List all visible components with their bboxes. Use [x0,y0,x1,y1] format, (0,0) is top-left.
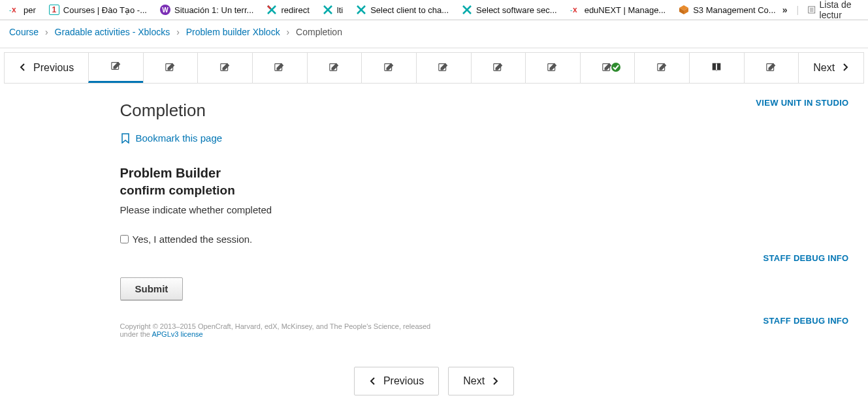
edit-icon [219,61,231,75]
bookmark-button[interactable]: Bookmark this page [120,132,438,144]
sequence-unit[interactable] [634,53,689,83]
bottom-nav: Previous Next [7,367,862,395]
browser-tab[interactable]: lti [316,0,349,20]
tab-label: Select software sec... [476,5,557,15]
chevron-right-icon [841,62,849,74]
problem-builder-heading: Problem Builder [120,166,438,181]
completion-checkbox[interactable] [120,235,129,243]
checkbox-label: Yes, I attended the session. [133,234,253,245]
breadcrumb-link[interactable]: Gradable activities - Xblocks [55,27,170,37]
view-in-studio-link[interactable]: VIEW UNIT IN STUDIO [756,98,848,108]
edit-icon [274,61,285,75]
submit-button[interactable]: Submit [120,277,184,300]
tab-label: Courses | Đào Tạo -... [63,5,147,15]
copyright-text: Copyright © 2013–2015 OpenCraft, Harvard… [120,322,438,338]
number-one-icon: 1 [49,5,59,15]
prompt-text: Please indicate whether completed [120,204,438,215]
main-content: Completion Bookmark this page Problem Bu… [7,84,438,338]
tab-label: redirect [281,5,309,15]
sequence-unit[interactable] [361,53,416,83]
tab-label: per [24,5,36,15]
sequence-unit[interactable] [143,53,198,83]
edit-icon [383,61,395,75]
page-title: Completion [120,100,438,121]
chevron-right-icon [491,377,499,385]
bookmark-icon [120,133,131,144]
sequence-unit[interactable] [744,53,799,83]
browser-tab[interactable]: -x per [3,0,42,20]
chevron-left-icon [19,62,27,74]
reading-list-label: Lista de lectur [820,0,860,20]
browser-tab[interactable]: Select software sec... [455,0,564,20]
chevron-left-icon [369,377,377,385]
browser-tab[interactable]: W Situación 1: Un terr... [153,0,260,20]
sequence-unit[interactable] [689,53,744,83]
tab-label: lti [337,5,343,15]
book-icon [711,61,722,75]
edit-icon [547,61,558,75]
completion-checkbox-row[interactable]: Yes, I attended the session. [120,234,438,245]
svg-point-21 [611,63,620,72]
breadcrumb-link[interactable]: Problem builder Xblock [186,27,280,37]
browser-tabs-bar: -x per 1 Courses | Đào Tạo -... W Situac… [0,0,868,20]
sequence-unit[interactable] [525,53,580,83]
sequence-nav: PreviousNext [4,52,864,84]
svg-text:-: - [9,7,11,14]
edit-icon [165,61,176,75]
svg-text:x: x [573,5,577,14]
next-label: Next [463,375,485,387]
edit-icon [656,61,668,75]
sequence-previous-button[interactable]: Previous [4,53,88,83]
browser-tab[interactable]: redirect [260,0,315,20]
sequence-unit[interactable] [88,53,143,83]
list-icon [808,5,815,15]
breadcrumb: Course › Gradable activities - Xblocks ›… [0,20,868,44]
tab-label: eduNEXT | Manage... [585,5,666,15]
sequence-unit[interactable] [197,53,252,83]
tab-label: Select client to cha... [370,5,449,15]
sequence-unit[interactable] [580,53,635,83]
previous-button[interactable]: Previous [354,367,439,395]
problem-builder-subheading: confirm completion [120,183,438,198]
edit-icon [492,61,504,75]
tab-label: Situación 1: Un terr... [174,5,253,15]
svg-text:-: - [570,7,572,14]
x-icon [266,5,277,15]
staff-debug-link[interactable]: STAFF DEBUG INFO [764,253,849,263]
license-link[interactable]: APGLv3 license [152,330,202,338]
sequence-next-button[interactable]: Next [798,53,863,83]
edunext-icon: -x [9,5,20,15]
w-circle-icon: W [160,5,170,15]
tabs-overflow-icon[interactable]: » [782,5,788,15]
bookmark-label: Bookmark this page [136,132,223,144]
chevron-right-icon: › [41,27,52,37]
tab-label: S3 Management Co... [693,5,775,15]
edit-icon [765,61,777,75]
browser-tab[interactable]: S3 Management Co... [672,0,782,20]
next-label: Next [813,62,835,74]
breadcrumb-link[interactable]: Course [9,27,39,37]
next-button[interactable]: Next [448,367,514,395]
reading-list-button[interactable]: Lista de lectur [808,0,860,20]
previous-label: Previous [383,375,424,387]
svg-text:x: x [12,5,16,14]
edunext-icon: -x [570,5,581,15]
edit-icon [329,61,340,75]
edit-icon [110,60,122,74]
breadcrumb-current: Completion [296,27,342,37]
browser-tab[interactable]: 1 Courses | Đào Tạo -... [42,0,153,20]
sequence-unit[interactable] [416,53,471,83]
sequence-unit[interactable] [307,53,362,83]
x-icon [323,5,333,15]
edit-icon [438,61,449,75]
browser-tab[interactable]: -x eduNEXT | Manage... [564,0,673,20]
chevron-right-icon: › [172,27,184,37]
sequence-unit[interactable] [471,53,526,83]
x-icon [462,5,472,15]
cube-icon [679,5,689,15]
staff-debug-link[interactable]: STAFF DEBUG INFO [764,316,849,326]
sequence-unit[interactable] [252,53,307,83]
chevron-right-icon: › [283,27,294,37]
browser-tab[interactable]: Select client to cha... [349,0,455,20]
x-icon [356,5,366,15]
